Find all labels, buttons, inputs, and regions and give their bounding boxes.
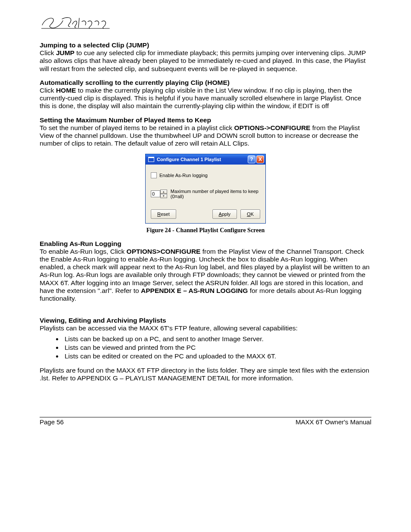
text: To set the number of played items to be …	[40, 124, 234, 131]
dialog-button-row: Reset Apply OK	[151, 209, 260, 219]
enable-asrun-row[interactable]: Enable As-Run logging	[151, 172, 260, 178]
text: to make the currently playing clip visib…	[40, 87, 361, 110]
configure-playlist-dialog: Configure Channel 1 Playlist ? X Enable …	[145, 154, 266, 224]
page-footer: Page 56 MAXX 6T Owner's Manual	[40, 418, 371, 426]
playlists-bullets: Lists can be backed up on a PC, and sent…	[40, 335, 371, 361]
paragraph-jump: Click JUMP to cue any selected clip for …	[40, 49, 371, 73]
heading-home: Automatically scrolling to the currently…	[40, 79, 371, 87]
spinner-buttons: ▲ ▼	[160, 190, 167, 198]
ok-button[interactable]: OK	[240, 209, 260, 219]
list-item: Lists can be viewed and printed from the…	[63, 343, 371, 352]
footer-page-number: Page 56	[40, 418, 64, 426]
heading-asrun: Enabling As-Run Logging	[40, 240, 371, 248]
dialog-body: Enable As-Run logging 0 ▲ ▼ Maximum numb…	[146, 165, 265, 223]
list-item: Lists can be backed up on a PC, and sent…	[63, 335, 371, 343]
reset-button[interactable]: Reset	[151, 209, 176, 219]
heading-playlists: Viewing, Editing and Archiving Playlists	[40, 317, 371, 324]
window-icon	[148, 157, 154, 162]
max-items-row: 0 ▲ ▼ Maximum number of played items to …	[151, 189, 260, 199]
bold-jump: JUMP	[56, 49, 75, 56]
paragraph-home: Click HOME to make the currently playing…	[40, 87, 371, 110]
paragraph-playlists-outro: Playlists are found on the MAXX 6T FTP d…	[40, 367, 371, 383]
heading-jump: Jumping to a selected Clip (JUMP)	[40, 41, 371, 49]
paragraph-asrun: To enable As-Run logs, Click OPTIONS>CON…	[40, 248, 371, 303]
spinner-up-icon[interactable]: ▲	[160, 190, 167, 194]
help-button[interactable]: ?	[248, 156, 255, 163]
bold-options-configure-2: OPTIONS>CONFIGURE	[127, 248, 201, 255]
bold-home: HOME	[56, 87, 76, 94]
figure-caption: Figure 24 - Channel Playlist Configure S…	[40, 227, 371, 234]
text: Click	[40, 87, 56, 94]
close-button[interactable]: X	[256, 156, 264, 163]
heading-keep: Setting the Maximum Number of Played Ite…	[40, 116, 371, 124]
apply-button[interactable]: Apply	[212, 209, 237, 219]
paragraph-keep: To set the number of played items to be …	[40, 124, 371, 148]
text: To enable As-Run logs, Click	[40, 248, 127, 255]
spinner-value: 0	[152, 191, 155, 196]
document-page: Jumping to a selected Clip (JUMP) Click …	[0, 0, 411, 443]
dialog-titlebar: Configure Channel 1 Playlist ? X	[146, 154, 265, 165]
dialog-figure: Configure Channel 1 Playlist ? X Enable …	[40, 154, 371, 224]
checkbox-label: Enable As-Run logging	[159, 173, 208, 178]
paragraph-playlists-intro: Playlists can be accessed via the MAXX 6…	[40, 324, 371, 332]
spinner-label: Maximum number of played items to keep (…	[171, 189, 260, 199]
bold-appendix-e: APPENDIX E – AS-RUN LOGGING	[141, 287, 248, 294]
text: to cue any selected clip for immediate p…	[40, 49, 366, 72]
brand-logo	[41, 13, 371, 34]
text: Click	[40, 49, 56, 56]
checkbox-icon[interactable]	[151, 172, 157, 178]
spinner-down-icon[interactable]: ▼	[160, 194, 167, 198]
bold-options-configure: OPTIONS->CONFIGURE	[234, 124, 310, 131]
spinner-input[interactable]: 0	[151, 190, 160, 197]
dialog-title: Configure Channel 1 Playlist	[157, 157, 247, 162]
footer-divider	[40, 417, 371, 417]
footer-manual-title: MAXX 6T Owner's Manual	[296, 418, 371, 426]
list-item: Lists can be edited or created on the PC…	[63, 352, 371, 361]
